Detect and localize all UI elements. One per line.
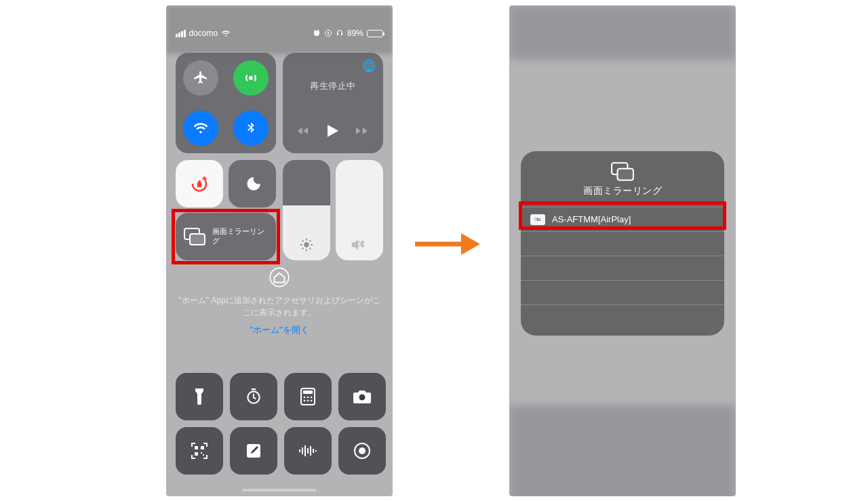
svg-point-12 (307, 397, 309, 399)
battery-percent: 89% (347, 28, 363, 38)
apple-tv-icon: tv (530, 214, 545, 225)
svg-point-16 (311, 400, 313, 402)
svg-point-11 (304, 397, 306, 399)
status-bar: docomo 89% (176, 26, 383, 41)
svg-rect-28 (618, 169, 633, 180)
screen-mirroring-icon (184, 228, 205, 245)
svg-point-6 (304, 242, 309, 247)
phone-left: docomo 89% (166, 5, 393, 496)
svg-rect-21 (201, 452, 202, 454)
flashlight-button[interactable] (176, 373, 223, 420)
popup-title: 画面ミラーリング (521, 185, 724, 197)
do-not-disturb-toggle[interactable] (229, 160, 276, 207)
bluetooth-toggle[interactable] (233, 111, 269, 146)
camera-button[interactable] (338, 373, 386, 420)
home-description: "ホーム" Appに追加されたアクセサリおよびシーンがここに表示されます。 (176, 294, 383, 319)
wifi-icon (221, 30, 231, 37)
volume-mute-icon (351, 237, 368, 252)
alarm-icon (313, 29, 321, 37)
bg-band (509, 405, 736, 496)
home-indicator[interactable] (242, 489, 317, 492)
brightness-slider[interactable] (283, 160, 330, 260)
play-icon[interactable] (328, 125, 338, 137)
screen-mirroring-icon (521, 162, 724, 181)
screen-mirroring-label: 画面ミラーリング (212, 227, 268, 246)
list-item: . (521, 231, 724, 256)
svg-rect-22 (203, 454, 204, 456)
voice-memo-button[interactable] (284, 427, 332, 475)
forward-icon[interactable] (356, 126, 368, 136)
flow-arrow-icon (414, 229, 481, 259)
home-icon (176, 267, 383, 287)
svg-rect-20 (195, 452, 198, 456)
svg-rect-10 (303, 390, 313, 394)
list-item: . (521, 256, 724, 280)
brightness-icon (299, 237, 314, 252)
svg-rect-5 (190, 234, 205, 245)
airplay-icon[interactable] (361, 58, 376, 73)
svg-rect-19 (201, 446, 204, 449)
list-item: . (521, 280, 724, 304)
airplay-device-name: AS-AFTMM[AirPlay] (552, 214, 631, 224)
cellular-data-toggle[interactable] (233, 60, 269, 96)
screen-mirroring-popup: 画面ミラーリング tv AS-AFTMM[AirPlay] . . . . (521, 151, 724, 336)
screen-record-button[interactable] (338, 427, 386, 475)
timer-button[interactable] (230, 373, 277, 420)
svg-point-7 (270, 268, 289, 287)
battery-icon (367, 30, 383, 37)
media-status: 再生停止中 (283, 80, 383, 92)
headphones-icon (336, 29, 344, 37)
wifi-toggle[interactable] (183, 111, 218, 146)
airplay-device-row[interactable]: tv AS-AFTMM[AirPlay] (521, 207, 724, 231)
notes-button[interactable] (230, 427, 277, 475)
orientation-lock-toggle[interactable] (176, 160, 223, 207)
rewind-icon[interactable] (298, 126, 310, 136)
bg-band (509, 5, 736, 60)
qr-scan-button[interactable] (176, 427, 223, 475)
cellular-signal-icon (176, 30, 186, 37)
volume-slider[interactable] (336, 160, 383, 260)
home-open-link[interactable]: "ホーム"を開く (176, 324, 383, 336)
svg-point-14 (304, 400, 306, 402)
calculator-button[interactable] (284, 373, 332, 420)
svg-point-3 (368, 65, 370, 67)
carrier-label: docomo (189, 28, 218, 38)
screen-mirroring-tile[interactable]: 画面ミラーリング (176, 213, 276, 260)
orientation-lock-status-icon (324, 29, 332, 37)
connectivity-group[interactable] (176, 53, 276, 153)
svg-point-13 (311, 397, 313, 399)
media-controls-tile[interactable]: 再生停止中 (283, 53, 383, 153)
svg-point-15 (307, 400, 309, 402)
list-item: . (521, 304, 724, 329)
svg-point-17 (359, 395, 366, 401)
phone-right: 画面ミラーリング tv AS-AFTMM[AirPlay] . . . . (509, 5, 736, 496)
airplane-mode-toggle[interactable] (183, 60, 218, 96)
svg-point-25 (359, 447, 366, 454)
svg-rect-18 (195, 446, 198, 449)
